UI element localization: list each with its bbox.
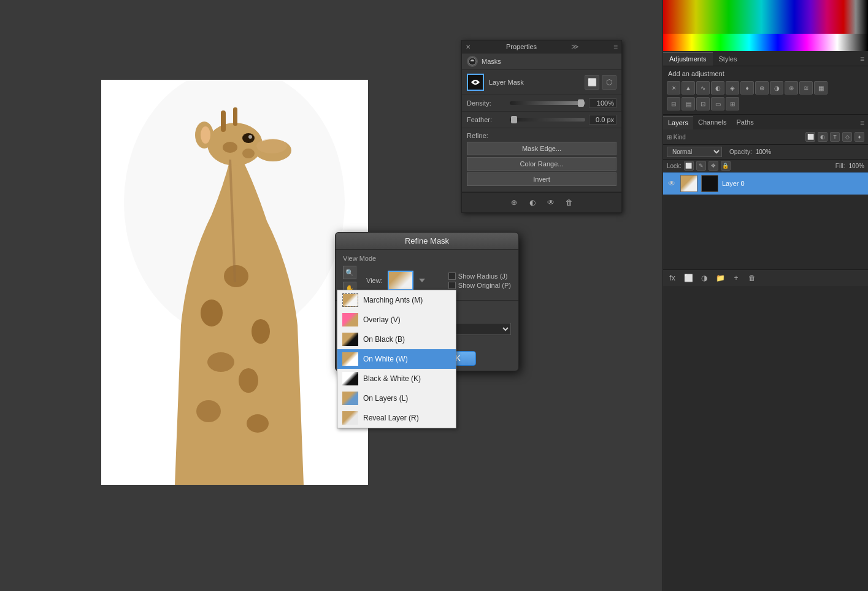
feather-slider-handle[interactable] [511,116,517,123]
filter-type-icon[interactable]: T [830,132,840,142]
adj-colorlookup-icon[interactable]: ▦ [814,81,828,95]
density-slider[interactable] [510,101,585,105]
filter-shape-icon[interactable]: ◇ [842,132,852,142]
lock-all-icon[interactable]: 🔒 [721,161,731,171]
panel-mask-mode-icon[interactable]: ◐ [526,196,539,209]
mask-pixel-btn[interactable]: ⬜ [585,75,599,90]
panel-delete-icon[interactable]: 🗑 [563,196,576,209]
layers-tabs: Layers Channels Paths ≡ [663,115,868,129]
adj-photofilter-icon[interactable]: ⊛ [785,81,798,95]
view-checkboxes: Show Radius (J) Show Original (P) [448,272,511,289]
dropdown-black-white[interactable]: Black & White (K) [337,369,456,388]
view-thumbnail[interactable] [388,271,413,290]
dropdown-on-black[interactable]: On Black (B) [337,330,456,349]
layer-fx-icon[interactable]: fx [667,272,678,284]
density-row: Density: 100% [462,95,621,112]
adj-hsl-icon[interactable]: ♦ [740,81,754,95]
properties-close-icon[interactable]: ✕ [466,44,472,50]
black-white-label: Black & White (K) [363,374,421,383]
dialog-titlebar: Refine Mask [336,233,518,250]
layer-mask-icon [467,74,484,91]
blend-mode-select[interactable]: Normal [667,147,722,157]
lock-move-icon[interactable]: ✥ [709,161,718,171]
adj-vibrance-icon[interactable]: ◈ [726,81,739,95]
filter-smart-icon[interactable]: ♦ [855,132,864,142]
lock-row: Lock: ⬜ ✎ ✥ 🔒 Fill: 100% [663,160,868,172]
mask-edge-button[interactable]: Mask Edge... [467,142,616,155]
on-white-label: On White (W) [363,355,408,363]
mask-buttons: ⬜ ⬡ [585,75,616,90]
density-slider-container: 100% [510,98,616,108]
mask-vector-btn[interactable]: ⬡ [602,75,616,90]
layer-visibility-toggle[interactable]: 👁 [667,179,677,188]
adj-colorbalance-icon[interactable]: ⊕ [755,81,769,95]
dropdown-on-white[interactable]: On White (W) [337,349,456,369]
adjustments-styles-tabs: Adjustments Styles ≡ [663,51,868,66]
svg-point-7 [196,400,221,422]
invert-button[interactable]: Invert [467,172,616,186]
dropdown-overlay[interactable]: Overlay (V) [337,310,456,330]
view-dropdown-arrow[interactable] [419,279,425,282]
adj-exposure-icon[interactable]: ◐ [711,81,724,95]
color-swatch-top [663,0,868,34]
adj-levels-icon[interactable]: ▲ [682,81,695,95]
color-range-button[interactable]: Color Range... [467,157,616,171]
adj-threshold-icon[interactable]: ⊡ [696,97,710,110]
opacity-label: Opacity: [729,149,752,155]
panel-visibility-icon[interactable]: 👁 [544,196,558,209]
on-layers-thumb [342,392,358,405]
color-swatch-bottom [663,34,868,51]
dropdown-reveal-layer[interactable]: Reveal Layer (R) [337,408,456,428]
svg-point-5 [207,352,234,372]
density-label: Density: [467,99,510,107]
layers-panel-menu[interactable]: ≡ [856,116,868,129]
adjustment-icons-row1: ☀ ▲ ∿ ◐ ◈ ♦ ⊕ ◑ ⊛ ≋ ▦ [663,80,868,96]
lock-pixels-icon[interactable]: ✎ [696,161,706,171]
properties-expand-icon[interactable]: ≫ [571,42,579,51]
svg-point-11 [242,133,255,143]
svg-point-3 [224,265,248,287]
density-slider-handle[interactable] [578,99,584,107]
show-original-checkbox[interactable] [448,282,456,289]
filter-pixel-icon[interactable]: ⬜ [805,132,815,142]
layer-mask-add-icon[interactable]: ⬜ [683,272,694,284]
view-label: View: [366,277,383,284]
masks-icon [467,56,478,67]
properties-title: Properties [506,43,537,50]
adj-invert-icon[interactable]: ⊟ [667,97,680,110]
layer-row[interactable]: 👁 Layer 0 [663,172,868,195]
lock-position-icon[interactable]: ⬜ [684,161,694,171]
panel-apply-icon[interactable]: ⊕ [507,196,521,209]
on-layers-label: On Layers (L) [363,394,408,403]
adj-selective-icon[interactable]: ⊞ [726,97,739,110]
adj-posterize-icon[interactable]: ▤ [682,97,695,110]
layer-new-icon[interactable]: + [731,272,742,284]
adj-curves-icon[interactable]: ∿ [696,81,710,95]
adj-channelmixer-icon[interactable]: ≋ [799,81,813,95]
layer-delete-icon[interactable]: 🗑 [747,272,758,284]
view-dropdown: Marching Ants (M) Overlay (V) On Black (… [337,290,456,428]
tab-adjustments[interactable]: Adjustments [663,52,713,66]
tab-paths[interactable]: Paths [732,116,759,129]
tab-styles[interactable]: Styles [713,52,743,66]
layer-group-icon[interactable]: 📁 [715,272,726,284]
filter-adj-icon[interactable]: ◐ [818,132,828,142]
on-black-label: On Black (B) [363,335,405,344]
dropdown-marching-ants[interactable]: Marching Ants (M) [337,290,456,310]
show-radius-checkbox[interactable] [448,272,456,280]
tab-channels[interactable]: Channels [693,116,731,129]
feather-slider[interactable] [510,118,585,122]
adj-panel-menu[interactable]: ≡ [856,52,868,66]
adj-brightness-icon[interactable]: ☀ [667,81,680,95]
zoom-tool-icon[interactable]: 🔍 [343,266,356,279]
adj-gradmap-icon[interactable]: ▭ [711,97,724,110]
svg-rect-14 [233,107,237,126]
layer-adj-add-icon[interactable]: ◑ [699,272,710,284]
dropdown-on-layers[interactable]: On Layers (L) [337,388,456,408]
refine-section: Refine: Mask Edge... Color Range... Inve… [462,128,621,192]
svg-rect-13 [221,110,226,132]
tab-layers[interactable]: Layers [663,116,693,129]
adj-blackwhite-icon[interactable]: ◑ [770,81,783,95]
svg-point-2 [201,299,223,326]
properties-menu-icon[interactable]: ≡ [613,42,618,51]
